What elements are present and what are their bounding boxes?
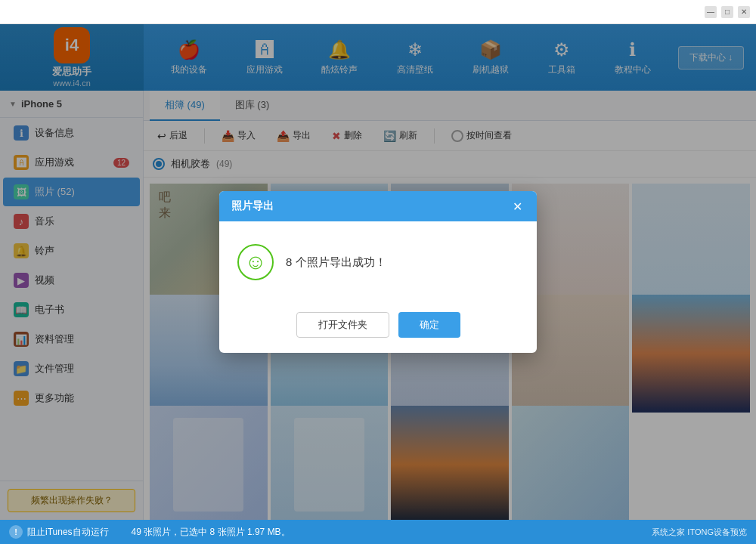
open-folder-button[interactable]: 打开文件夹 [296,312,389,338]
modal-message: 8 个照片导出成功！ [286,255,386,270]
title-bar: — □ ✕ [0,0,756,24]
export-modal: 照片导出 ✕ ☺ 8 个照片导出成功！ 打开文件夹 确定 [219,191,537,353]
maximize-button[interactable]: □ [721,6,733,18]
status-warning: 阻止iTunes自动运行 [27,526,109,539]
modal-body: ☺ 8 个照片导出成功！ [219,221,537,303]
status-left: ! 阻止iTunes自动运行 49 张照片，已选中 8 张照片 1.97 MB。 [9,525,646,539]
status-branding: 系统之家 ITONG设备预览 [652,527,747,536]
status-right: 系统之家 ITONG设备预览 [652,527,747,538]
success-icon: ☺ [237,244,274,280]
window-controls: — □ ✕ [705,6,750,18]
modal-title: 照片导出 [231,199,274,213]
modal-overlay: 照片导出 ✕ ☺ 8 个照片导出成功！ 打开文件夹 确定 [0,24,756,520]
minimize-button[interactable]: — [705,6,717,18]
warning-icon: ! [9,525,23,539]
modal-close-button[interactable]: ✕ [510,199,525,214]
confirm-button[interactable]: 确定 [398,312,460,338]
modal-header: 照片导出 ✕ [219,191,537,221]
status-info: 49 张照片，已选中 8 张照片 1.97 MB。 [132,526,290,539]
close-button[interactable]: ✕ [738,6,750,18]
status-bar: ! 阻止iTunes自动运行 49 张照片，已选中 8 张照片 1.97 MB。… [0,520,756,544]
modal-footer: 打开文件夹 确定 [219,303,537,353]
